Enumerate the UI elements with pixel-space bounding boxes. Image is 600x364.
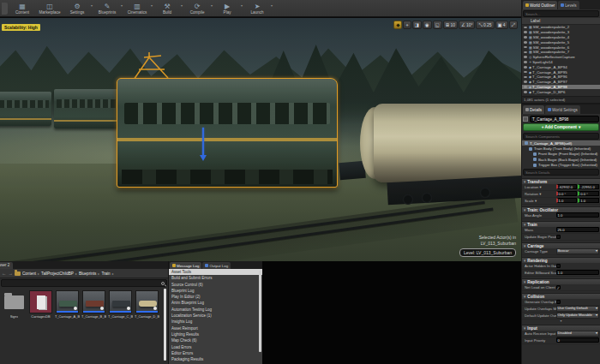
- numeric-field[interactable]: 1.0: [556, 198, 578, 203]
- viewport-camera-speed-button[interactable]: ▣4: [495, 21, 508, 29]
- asset-tile-t_carriage_b_bp[interactable]: T_Carriage_B_BP: [81, 290, 106, 319]
- viewport-surface-snap-button[interactable]: ◱: [433, 21, 442, 29]
- asset-tile-t_carriage_a_bp[interactable]: T_Carriage_A_BP: [55, 290, 80, 319]
- numeric-field[interactable]: 0.0 °: [578, 191, 599, 196]
- visibility-eye-icon[interactable]: [524, 51, 527, 54]
- checkbox[interactable]: [556, 235, 561, 240]
- section-header-transform[interactable]: ▾Transform: [522, 178, 600, 184]
- log-category-anim-blueprint-log[interactable]: Anim Blueprint Log: [169, 300, 262, 306]
- log-category-editor-errors[interactable]: Editor Errors: [169, 350, 262, 356]
- actor-name-field[interactable]: T_Carriage_A_BP98: [530, 116, 599, 122]
- numeric-field[interactable]: -62932.0: [556, 184, 578, 189]
- log-category-packaging-results[interactable]: Packaging Results: [169, 356, 262, 362]
- log-category-build-and-submit-errors[interactable]: Build and Submit Errors: [169, 275, 262, 281]
- visibility-eye-icon[interactable]: [524, 61, 527, 63]
- log-category-source-control-6-[interactable]: Source Control (6): [169, 282, 262, 288]
- visibility-eye-icon[interactable]: [524, 86, 527, 88]
- toolbar-build-button[interactable]: ⚒Build: [154, 0, 180, 16]
- log-category-asset-tools[interactable]: Asset Tools: [169, 269, 262, 275]
- visibility-eye-icon[interactable]: [524, 66, 527, 69]
- visibility-eye-icon[interactable]: [524, 91, 527, 93]
- breadcrumb-item-tallprojectchildbp[interactable]: TallProjectChildBP: [41, 272, 74, 276]
- level-viewport[interactable]: Scalability: High ◆⌖◨◉◱⊞10∠10°⤡0.25▣4⤢ S…: [0, 18, 521, 261]
- section-header-train-oscillator[interactable]: ▾Train: Oscillator: [522, 206, 600, 212]
- viewport-viewport-options-button[interactable]: ◆: [393, 21, 402, 29]
- back-arrow-icon[interactable]: ←: [2, 271, 7, 276]
- section-header-collision[interactable]: ▾Collision: [522, 293, 600, 299]
- dropdown-select[interactable]: Only Update Movable▾: [556, 313, 599, 319]
- section-header-carriage[interactable]: ▾Carriage: [522, 242, 600, 248]
- visibility-eye-icon[interactable]: [524, 36, 527, 39]
- log-category-map-check-6-[interactable]: Map Check (6): [169, 337, 262, 343]
- message-log-scrollbar[interactable]: [259, 271, 261, 352]
- visibility-eye-icon[interactable]: [524, 46, 527, 49]
- outliner-label-column-header[interactable]: Label: [522, 18, 600, 25]
- asset-tile-t_carriage_c_bp[interactable]: T_Carriage_C_BP: [108, 290, 133, 319]
- toolbar-marketplace-button[interactable]: ◫Marketplace: [37, 0, 63, 16]
- visibility-eye-icon[interactable]: [524, 41, 527, 44]
- toolbar-blueprints-button[interactable]: ✎Blueprints: [94, 0, 120, 16]
- dropdown-select[interactable]: Boxcar▾: [556, 248, 599, 254]
- log-category-insights-log[interactable]: Insights Log: [169, 319, 262, 325]
- log-category-blueprint-log[interactable]: Blueprint Log: [169, 288, 262, 294]
- visibility-eye-icon[interactable]: [524, 56, 527, 58]
- toolbar-launch-button[interactable]: ➤Launch: [244, 0, 270, 16]
- numeric-field[interactable]: 25.0: [556, 227, 599, 232]
- log-category-lighting-results[interactable]: Lighting Results: [169, 331, 262, 337]
- toolbar-content-button[interactable]: ▦Content: [9, 0, 35, 16]
- viewport-show-flags-button[interactable]: ◉: [423, 21, 432, 29]
- numeric-field[interactable]: 1.0: [556, 270, 599, 275]
- scalability-warning-badge[interactable]: Scalability: High: [2, 24, 40, 31]
- visibility-eye-icon[interactable]: [524, 27, 527, 29]
- toolbar-cinematics-button[interactable]: ▥Cinematics: [124, 0, 150, 16]
- toolbar-settings-button[interactable]: ⚙Settings: [64, 0, 90, 16]
- visibility-eye-icon[interactable]: [524, 71, 527, 74]
- breadcrumb-item-train[interactable]: Train: [101, 272, 110, 276]
- section-header-input[interactable]: ▾Input: [522, 325, 600, 331]
- content-browser-search-input[interactable]: [1, 279, 167, 287]
- numeric-field[interactable]: 0.0 °: [556, 191, 578, 196]
- breadcrumb-item-blueprints[interactable]: Blueprints: [79, 272, 96, 276]
- asset-tile-carriagesdb[interactable]: CarriagesDB: [28, 290, 53, 319]
- component-row[interactable]: Trigger Box (Trigger Box) (Inherited): [522, 163, 600, 168]
- viewport-maximize-button[interactable]: ⤢: [509, 21, 518, 29]
- numeric-field[interactable]: 1.0: [578, 198, 599, 203]
- checkbox[interactable]: [556, 300, 561, 305]
- breadcrumb-item-content[interactable]: Content: [22, 272, 36, 276]
- viewport-scale-snap-button[interactable]: ⤡0.25: [476, 21, 494, 29]
- forward-arrow-icon[interactable]: →: [9, 271, 14, 276]
- visibility-eye-icon[interactable]: [524, 81, 527, 83]
- visibility-eye-icon[interactable]: [524, 31, 527, 33]
- content-browser-scrollbar[interactable]: [164, 289, 166, 361]
- tab-output-log[interactable]: Output Log: [202, 262, 231, 269]
- tab-content-browser[interactable]: Content Browser 2: [0, 262, 13, 269]
- viewport-camera-settings-button[interactable]: ⌖: [403, 21, 411, 29]
- modes-icon[interactable]: [2, 3, 8, 15]
- outliner-search-input[interactable]: Search...: [523, 10, 599, 17]
- viewport-grid-snap-button[interactable]: ⊞10: [443, 21, 458, 29]
- advanced-expander[interactable]: ▾: [522, 319, 600, 323]
- asset-tile-signs[interactable]: Signs: [2, 290, 27, 319]
- details-search-input[interactable]: Search Details: [523, 169, 599, 176]
- visibility-eye-icon[interactable]: [524, 76, 527, 79]
- viewport-view-mode-button[interactable]: ◨: [412, 21, 422, 29]
- numeric-field[interactable]: 1.0: [556, 212, 599, 218]
- section-header-replication[interactable]: ▾Replication: [522, 278, 600, 284]
- numeric-field[interactable]: -22951.0: [578, 184, 599, 189]
- toolbar-play-button[interactable]: ▶Play: [214, 0, 240, 16]
- log-category-automation-testing-log[interactable]: Automation Testing Log: [169, 307, 262, 313]
- add-component-button[interactable]: + Add Component ▾: [523, 123, 599, 131]
- dropdown-select[interactable]: Disabled▾: [556, 331, 599, 337]
- section-header-rendering[interactable]: ▾Rendering: [522, 257, 600, 263]
- tab-levels[interactable]: Levels: [558, 1, 579, 9]
- dropdown-select[interactable]: Use Config Default▾: [556, 306, 599, 312]
- tab-world-settings[interactable]: World Settings: [545, 105, 580, 114]
- toolbar-compile-button[interactable]: ⟳Compile: [184, 0, 210, 16]
- tab-details[interactable]: Details: [523, 105, 544, 114]
- log-category-load-errors[interactable]: Load Errors: [169, 344, 262, 350]
- log-category-asset-reimport[interactable]: Asset Reimport: [169, 325, 262, 331]
- checkbox[interactable]: ✓: [556, 285, 561, 290]
- section-header-train[interactable]: ▾Train: [522, 221, 600, 227]
- log-category-localization-service-1-[interactable]: Localization Service (1): [169, 313, 262, 319]
- checkbox[interactable]: [556, 264, 561, 269]
